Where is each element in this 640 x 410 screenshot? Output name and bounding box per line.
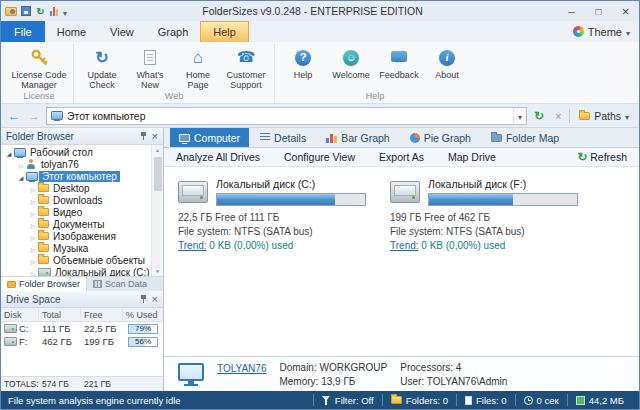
- expander-icon[interactable]: [28, 219, 38, 230]
- expander-icon[interactable]: [28, 207, 38, 218]
- ribbon-group-license: License Code Manager License: [5, 44, 73, 103]
- configure-view-button[interactable]: Configure View: [284, 151, 355, 163]
- help-button[interactable]: Help: [280, 44, 326, 80]
- expander-icon[interactable]: [28, 195, 38, 206]
- folder-icon: [38, 208, 49, 216]
- tree-item[interactable]: Видео: [1, 206, 151, 218]
- about-button[interactable]: About: [424, 44, 470, 80]
- hard-drive-icon: [390, 181, 420, 203]
- chevron-down-icon[interactable]: [513, 108, 522, 124]
- scroll-up-icon[interactable]: [155, 145, 160, 155]
- folder-icon: [38, 196, 49, 204]
- scroll-down-icon[interactable]: [155, 266, 160, 276]
- map-drive-button[interactable]: Map Drive: [448, 151, 496, 163]
- export-as-button[interactable]: Export As: [379, 151, 424, 163]
- expander-icon[interactable]: [4, 147, 14, 158]
- tree-item[interactable]: Рабочий стол: [1, 146, 151, 158]
- tab-folder-map[interactable]: Folder Map: [482, 128, 568, 147]
- tree-item[interactable]: Downloads: [1, 194, 151, 206]
- file-system-line: File system: NTFS (SATA bus): [178, 226, 374, 237]
- tab-file[interactable]: File: [1, 21, 45, 42]
- drive-card-c[interactable]: Локальный диск (C:) 22,5 ГБ Free of 111 …: [178, 178, 374, 345]
- pin-icon[interactable]: [139, 131, 148, 141]
- theme-button[interactable]: Theme: [564, 21, 639, 42]
- drive-card-f[interactable]: Локальный диск (F:) 199 ГБ Free of 462 Г…: [390, 178, 586, 345]
- tab-pie-graph[interactable]: Pie Graph: [401, 128, 480, 147]
- license-code-manager-button[interactable]: License Code Manager: [10, 44, 68, 90]
- tree-scrollbar[interactable]: [151, 145, 163, 276]
- drive-space-row[interactable]: C: 111 ГБ 22,5 ГБ 79%: [1, 322, 163, 335]
- quickaccess-save-icon[interactable]: [21, 6, 31, 16]
- feedback-button[interactable]: Feedback: [376, 44, 422, 80]
- expander-icon[interactable]: [28, 243, 38, 254]
- refresh-button[interactable]: Refresh: [577, 150, 627, 164]
- tree-item[interactable]: Музыка: [1, 242, 151, 254]
- computer-icon: [178, 363, 204, 381]
- tab-details[interactable]: Details: [251, 128, 315, 147]
- main-pane: Computer Details Bar Graph Pie Graph Fol…: [164, 128, 639, 391]
- expander-icon[interactable]: [16, 159, 26, 170]
- tab-home[interactable]: Home: [45, 21, 98, 42]
- expander-icon[interactable]: [16, 171, 26, 182]
- system-info-strip: TOLYAN76 Domain: WORKGROUP Memory: 13,9 …: [164, 356, 639, 391]
- computer-name-link[interactable]: TOLYAN76: [217, 363, 266, 391]
- update-check-button[interactable]: Update Check: [79, 44, 125, 90]
- welcome-button[interactable]: Welcome: [328, 44, 374, 80]
- tab-graph[interactable]: Graph: [146, 21, 201, 42]
- tree-item[interactable]: Desktop: [1, 182, 151, 194]
- tree-item[interactable]: Документы: [1, 218, 151, 230]
- column-disk[interactable]: Disk: [1, 308, 39, 321]
- quickaccess-chart-icon[interactable]: [50, 6, 59, 16]
- tree-item[interactable]: Локальный диск (C:): [1, 266, 151, 276]
- tab-view[interactable]: View: [98, 21, 146, 42]
- trend-link[interactable]: Trend:: [390, 240, 419, 251]
- expander-icon[interactable]: [28, 231, 38, 242]
- app-window: ↻ FolderSizes v9.0.248 - ENTERPRISE EDIT…: [0, 0, 640, 410]
- close-panel-icon[interactable]: [152, 294, 158, 305]
- analyze-all-drives-button[interactable]: Analyze All Drives: [176, 151, 260, 163]
- tree-item[interactable]: tolyan76: [1, 158, 151, 170]
- customer-support-button[interactable]: Customer Support: [223, 44, 269, 90]
- stop-icon[interactable]: ×: [551, 110, 565, 122]
- tab-bar-graph[interactable]: Bar Graph: [317, 128, 398, 147]
- refresh-icon[interactable]: ↻: [531, 109, 547, 123]
- trend-link[interactable]: Trend:: [178, 240, 207, 251]
- close-button[interactable]: [612, 1, 639, 21]
- drive-space-row[interactable]: F: 462 ГБ 199 ГБ 56%: [1, 335, 163, 348]
- tree-item[interactable]: Объемные объекты: [1, 254, 151, 266]
- tab-help[interactable]: Help: [200, 21, 249, 42]
- quickaccess-refresh-icon[interactable]: ↻: [35, 6, 46, 17]
- totals-total: 574 ГБ: [39, 379, 81, 389]
- used-percent-bar: 79%: [128, 324, 158, 334]
- titlebar: ↻ FolderSizes v9.0.248 - ENTERPRISE EDIT…: [1, 1, 639, 21]
- group-label-help: Help: [280, 90, 470, 103]
- column-total[interactable]: Total: [39, 308, 81, 321]
- status-folders: Folders: 0: [382, 394, 456, 406]
- tree-item-selected[interactable]: Этот компьютер: [1, 170, 151, 182]
- pin-icon[interactable]: [139, 294, 148, 304]
- location-dropdown[interactable]: Этот компьютер: [46, 107, 527, 125]
- back-icon[interactable]: ←: [6, 109, 22, 123]
- whats-new-button[interactable]: What's New: [127, 44, 173, 90]
- file-icon: [465, 396, 472, 405]
- scroll-thumb[interactable]: [154, 157, 162, 191]
- column-used[interactable]: % Used: [123, 308, 163, 321]
- paths-button[interactable]: Paths: [574, 110, 634, 122]
- tree-item[interactable]: Изображения: [1, 230, 151, 242]
- forward-icon[interactable]: →: [26, 109, 42, 123]
- drive-space-title: Drive Space: [6, 294, 60, 305]
- home-page-button[interactable]: Home Page: [175, 44, 221, 90]
- expander-icon[interactable]: [28, 267, 38, 277]
- folder-icon: [38, 184, 49, 192]
- tab-folder-browser[interactable]: Folder Browser: [1, 277, 87, 291]
- maximize-button[interactable]: [585, 1, 612, 21]
- minimize-button[interactable]: [558, 1, 585, 21]
- close-panel-icon[interactable]: [152, 131, 158, 142]
- expander-icon[interactable]: [28, 183, 38, 194]
- column-free[interactable]: Free: [81, 308, 123, 321]
- whats-new-icon: [144, 47, 156, 68]
- tab-computer[interactable]: Computer: [170, 128, 249, 147]
- expander-icon[interactable]: [28, 255, 38, 266]
- tab-scan-data[interactable]: Scan Data: [87, 277, 153, 291]
- memory-text: Memory: 13,9 ГБ: [279, 375, 387, 389]
